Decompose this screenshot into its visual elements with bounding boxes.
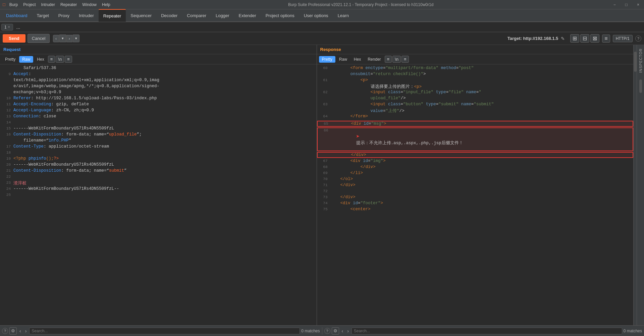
request-search-gear-button[interactable]: ⚙ [9, 327, 17, 335]
table-row: exchange;v=b3;q=0.9 [0, 90, 317, 96]
tab-logger[interactable]: Logger [211, 9, 234, 22]
inspector-label[interactable]: INSPECTOR [638, 45, 644, 76]
inspector-sidebar: INSPECTOR [637, 45, 644, 325]
table-row: 19 <?php phpinfo();?> [0, 156, 317, 162]
response-pretty-btn[interactable]: Pretty [319, 56, 335, 63]
target-info: Target: http://192.168.1.5 ✎ ⊞ ⊟ ⊠ ≡ HTT… [507, 34, 641, 43]
menu-help[interactable]: Help [102, 2, 110, 7]
table-row: 60 <form enctype="multipart/form-data" m… [317, 66, 634, 72]
response-code-area[interactable]: 60 <form enctype="multipart/form-data" m… [317, 64, 634, 325]
next-down-arrow-button[interactable]: ▾ [73, 35, 79, 42]
next-arrow-button[interactable]: › [66, 35, 72, 42]
response-search-gear-button[interactable]: ⚙ [332, 327, 339, 335]
response-raw-btn[interactable]: Raw [336, 56, 350, 63]
request-pretty-btn[interactable]: Pretty [2, 56, 18, 63]
request-search-help-button[interactable]: ? [2, 328, 8, 334]
prev-arrow-button[interactable]: ‹ [53, 35, 59, 42]
table-row: 22 [0, 174, 317, 180]
inspector-toggle-button[interactable]: ≡ [602, 35, 610, 43]
table-row: 62 <input class="input_file" type="file"… [317, 90, 634, 96]
table-row: value="上传"/> [317, 108, 634, 114]
table-row: 20 ------WebKitFormBoundaryUS71Rs4DN5509… [0, 162, 317, 168]
response-render-btn[interactable]: Render [365, 56, 384, 63]
main-content: Request Pretty Raw Hex ≡ \n ≡ Safari/537… [0, 45, 644, 325]
tab-repeater[interactable]: Repeater [99, 9, 126, 22]
response-search-next-button[interactable]: › [346, 328, 350, 334]
layout-btn-3[interactable]: ⊠ [590, 34, 599, 43]
minimize-button[interactable]: − [611, 2, 618, 8]
request-search-prev-button[interactable]: ‹ [18, 328, 22, 334]
response-newline-icon[interactable]: \n [392, 56, 401, 63]
table-row: filename=“info.PHP” [0, 138, 317, 144]
table-row: 23 渣滓桩 [0, 180, 317, 186]
menu-repeater[interactable]: Repeater [60, 2, 77, 7]
response-menu-icon[interactable]: ≡ [401, 56, 409, 63]
tab-user-options[interactable]: User options [299, 9, 333, 22]
more-tabs-button[interactable]: ... [14, 24, 22, 30]
request-matches-count: 0 matches [301, 329, 320, 333]
table-row: 74 <div id="footer"> [317, 201, 634, 207]
request-raw-btn[interactable]: Raw [19, 56, 33, 63]
response-hex-btn[interactable]: Hex [351, 56, 364, 63]
request-tab-1[interactable]: 1 × [1, 24, 13, 31]
response-search-prev-button[interactable]: ‹ [340, 328, 345, 334]
table-row: 72 [317, 189, 634, 195]
request-filter-icon[interactable]: ≡ [48, 56, 55, 63]
table-row: 75 <center> [317, 207, 634, 213]
request-code-area[interactable]: Safari/537.36 9 Accept: text/html,applic… [0, 64, 317, 325]
table-row: onsubmit="return checkFile()"> [317, 72, 634, 78]
tab-learn[interactable]: Learn [333, 9, 354, 22]
request-header: Request [0, 45, 317, 54]
inspector-resize-handle[interactable] [639, 79, 642, 93]
layout-btn-1[interactable]: ⊞ [570, 34, 579, 43]
response-panel: Response Pretty Raw Hex Render ≡ \n ≡ 60… [317, 45, 634, 325]
http-help-button[interactable]: ? [635, 36, 641, 42]
menu-project[interactable]: Project [23, 2, 36, 7]
close-button[interactable]: × [635, 2, 641, 8]
request-menu-icon[interactable]: ≡ [65, 56, 72, 63]
tab-comparer[interactable]: Comparer [182, 9, 211, 22]
response-search-help-button[interactable]: ? [324, 328, 330, 334]
maximize-button[interactable]: □ [623, 2, 630, 8]
table-row: e/avif,image/webp,image/apng,*/*;q=0.8,a… [0, 84, 317, 90]
table-row: 65 <div id="msg"> [317, 121, 634, 127]
response-scrollbar[interactable] [633, 45, 637, 325]
tab-project-options[interactable]: Project options [261, 9, 299, 22]
tab-decoder[interactable]: Decoder [156, 9, 182, 22]
tab-dashboard[interactable]: Dashboard [1, 9, 32, 22]
cancel-button[interactable]: Cancel [28, 34, 50, 43]
table-row: 12 Accept-Language: zh-CN, zh;q=0.9 [0, 108, 317, 114]
table-row: 15 ------WebKitFormBoundaryUS71Rs4DN5509… [0, 126, 317, 132]
menu-intruder[interactable]: Intruder [41, 2, 55, 7]
tab-sequencer[interactable]: Sequencer [126, 9, 156, 22]
scrollbar-thumb[interactable] [634, 52, 637, 72]
request-hex-btn[interactable]: Hex [34, 56, 47, 63]
menu-window[interactable]: Window [82, 2, 97, 7]
table-row: 24 ------WebKitFormBoundaryUS71Rs4DN5509… [0, 186, 317, 192]
table-row: 16 Content-Disposition: form-data; name=… [0, 132, 317, 138]
tab-target[interactable]: Target [32, 9, 54, 22]
request-search-input[interactable] [29, 328, 300, 334]
request-newline-icon[interactable]: \n [56, 56, 64, 63]
menu-burp[interactable]: Burp [9, 2, 18, 7]
response-filter-icon[interactable]: ≡ [385, 56, 392, 63]
table-row: 69 </li> [317, 171, 634, 177]
layout-btn-2[interactable]: ⊟ [580, 34, 589, 43]
table-row: 25 [0, 192, 317, 199]
http-version-selector[interactable]: HTTP/1 [613, 35, 633, 42]
edit-target-icon[interactable]: ✎ [561, 36, 565, 41]
tab-intruder[interactable]: Intruder [74, 9, 99, 22]
send-button[interactable]: Send [3, 34, 25, 43]
tab-close-icon[interactable]: × [8, 25, 10, 29]
table-row: 13 Connection: close [0, 114, 317, 120]
request-search-next-button[interactable]: › [24, 328, 28, 334]
tab-proxy[interactable]: Proxy [54, 9, 74, 22]
response-format-toolbar: Pretty Raw Hex Render ≡ \n ≡ [317, 54, 634, 64]
table-row: 21 Content-Disposition: form-data; name=… [0, 168, 317, 174]
tab-extender[interactable]: Extender [234, 9, 261, 22]
window-controls: − □ × [611, 2, 641, 8]
nav-bar: Dashboard Target Proxy Intruder Repeater… [0, 9, 644, 22]
prev-down-arrow-button[interactable]: ▾ [59, 35, 66, 42]
response-search-input[interactable] [352, 328, 622, 334]
app-icon: □ [3, 2, 5, 7]
